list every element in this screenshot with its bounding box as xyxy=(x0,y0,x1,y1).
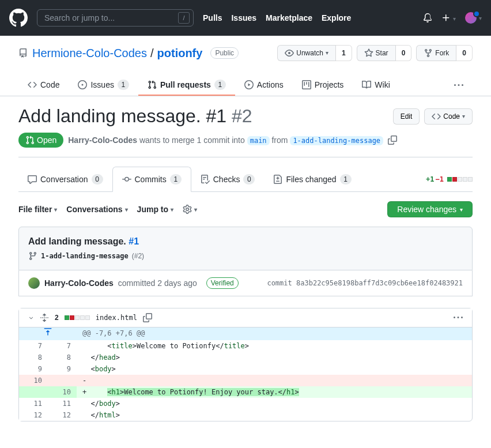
old-line-num[interactable]: 10 xyxy=(19,375,48,386)
diffstat: +1 −1 xyxy=(426,175,473,183)
commits-toolbar: File filter ▾ Conversations ▾ Jump to ▾ … xyxy=(18,201,473,217)
new-line-num[interactable]: 11 xyxy=(48,398,77,409)
commit-icon xyxy=(122,175,131,184)
diff-row: 1111 </body> xyxy=(19,398,472,409)
tab-checks[interactable]: Checks 0 xyxy=(191,167,265,191)
new-line-num[interactable]: 7 xyxy=(48,340,77,352)
repo-nav-more[interactable] xyxy=(445,76,473,95)
copy-icon[interactable] xyxy=(388,135,397,145)
commit-title: Add landing message. #1 xyxy=(28,236,463,247)
tab-wiki[interactable]: Wiki xyxy=(353,76,399,95)
nav-issues[interactable]: Issues xyxy=(231,13,256,22)
commit-avatar[interactable] xyxy=(28,277,40,289)
tab-commits[interactable]: Commits 1 xyxy=(112,167,191,192)
project-icon xyxy=(302,80,311,89)
file-options[interactable] xyxy=(454,313,463,322)
old-line-num[interactable]: 12 xyxy=(19,409,48,421)
repo-owner-link[interactable]: Hermione-Colo-Codes xyxy=(32,47,147,60)
commit-branch-name[interactable]: 1-add-landing-message xyxy=(41,252,129,260)
old-line-num[interactable]: 11 xyxy=(19,398,48,409)
user-avatar[interactable]: ▾ xyxy=(465,12,482,24)
code-line: </body> xyxy=(77,398,472,409)
commit-author[interactable]: Harry-Colo-Codes xyxy=(44,278,114,288)
pr-icon xyxy=(25,135,35,145)
kebab-icon xyxy=(454,313,463,322)
edit-button[interactable]: Edit xyxy=(393,108,420,125)
tab-projects[interactable]: Projects xyxy=(293,76,353,95)
new-line-num[interactable]: 10 xyxy=(48,386,77,398)
settings-dropdown[interactable]: ▾ xyxy=(183,205,197,214)
tab-actions[interactable]: Actions xyxy=(235,76,293,95)
verified-badge[interactable]: Verified xyxy=(206,277,239,289)
tab-files-changed[interactable]: Files changed 1 xyxy=(264,167,360,191)
fork-button[interactable]: Fork 0 xyxy=(416,45,473,61)
code-line: </html> xyxy=(77,409,472,421)
conversations-dropdown[interactable]: Conversations ▾ xyxy=(66,205,127,214)
star-count[interactable]: 0 xyxy=(396,45,412,61)
code-dropdown[interactable]: Code ▾ xyxy=(424,108,473,125)
pr-author[interactable]: Harry-Colo-Codes xyxy=(68,135,137,145)
notifications-icon[interactable] xyxy=(423,13,432,22)
github-logo[interactable] xyxy=(9,9,28,27)
diff-row: 10+ <h1>Welcome to Potionfy! Enjoy your … xyxy=(19,386,472,398)
code-icon xyxy=(432,112,441,121)
nav-pulls[interactable]: Pulls xyxy=(203,13,222,22)
watch-count[interactable]: 1 xyxy=(336,45,352,61)
old-line-num[interactable]: 8 xyxy=(19,352,48,363)
checklist-icon xyxy=(201,175,210,184)
commit-time: committed 2 days ago xyxy=(118,278,197,288)
tab-conversation[interactable]: Conversation 0 xyxy=(18,167,112,191)
file-diff-icon xyxy=(273,175,282,184)
code-icon xyxy=(28,80,37,89)
expand-up-icon[interactable] xyxy=(19,327,77,340)
hunk-header: @@ -7,6 +7,6 @@ xyxy=(19,327,472,340)
commit-meta: Harry-Colo-Codes committed 2 days ago Ve… xyxy=(18,270,473,296)
watch-button[interactable]: Unwatch ▾ 1 xyxy=(277,45,352,61)
collapse-toggle[interactable] xyxy=(28,315,34,321)
diff-row: 77 <title>Welcome to Potionfy</title> xyxy=(19,340,472,352)
fork-count[interactable]: 0 xyxy=(456,45,473,61)
star-button[interactable]: Star 0 xyxy=(357,45,412,61)
global-header: Search or jump to... / Pulls Issues Mark… xyxy=(0,0,491,36)
repo-name-link[interactable]: potionfy xyxy=(157,47,203,60)
copy-path-icon[interactable] xyxy=(143,313,152,322)
old-line-num[interactable] xyxy=(19,386,48,398)
nav-explore[interactable]: Explore xyxy=(322,13,351,22)
code-line: <title>Welcome to Potionfy</title> xyxy=(77,340,472,352)
star-icon xyxy=(364,48,373,58)
repo-header: Hermione-Colo-Codes / potionfy Public Un… xyxy=(0,36,491,96)
file-name[interactable]: index.html xyxy=(96,314,137,322)
commit-sha: commit 8a3b22c95e8198baff7d3c09cb6ee18f0… xyxy=(267,279,463,287)
create-new-dropdown[interactable]: ▾ xyxy=(441,13,456,22)
review-changes-button[interactable]: Review changes ▾ xyxy=(387,201,473,217)
base-branch[interactable]: main xyxy=(247,136,270,145)
pr-merge-description: Harry-Colo-Codes wants to merge 1 commit… xyxy=(68,135,383,145)
tab-code[interactable]: Code xyxy=(18,76,69,95)
diff-row: 99 <body> xyxy=(19,363,472,375)
commit-issue-link[interactable]: #1 xyxy=(129,236,139,246)
file-diffstat xyxy=(65,315,90,320)
code-line: <body> xyxy=(77,363,472,375)
old-line-num[interactable]: 9 xyxy=(19,363,48,375)
jump-to-dropdown[interactable]: Jump to ▾ xyxy=(137,205,173,214)
commit-header: Add landing message. #1 1-add-landing-me… xyxy=(18,227,473,270)
new-line-num[interactable] xyxy=(48,375,77,386)
nav-marketplace[interactable]: Marketplace xyxy=(266,13,312,22)
file-diff: 2 index.html @@ -7,6 +7,6 @@ 77 <title>W… xyxy=(18,308,473,421)
tab-pull-requests[interactable]: Pull requests 1 xyxy=(138,75,235,96)
new-line-num[interactable]: 9 xyxy=(48,363,77,375)
chevron-down-icon xyxy=(28,315,34,321)
pr-title: Add landing message. #1 #2 xyxy=(18,106,252,127)
search-input[interactable]: Search or jump to... / xyxy=(37,9,194,27)
code-line: - xyxy=(77,375,472,386)
file-filter-dropdown[interactable]: File filter ▾ xyxy=(18,205,57,214)
tab-issues[interactable]: Issues 1 xyxy=(69,75,138,96)
new-line-num[interactable]: 8 xyxy=(48,352,77,363)
play-icon xyxy=(244,80,254,89)
new-line-num[interactable]: 12 xyxy=(48,409,77,421)
head-branch[interactable]: 1-add-landing-message xyxy=(290,136,383,145)
old-line-num[interactable]: 7 xyxy=(19,340,48,352)
repo-nav: Code Issues 1 Pull requests 1 Actions Pr… xyxy=(18,75,473,96)
global-nav: Pulls Issues Marketplace Explore xyxy=(203,13,351,22)
expand-icon[interactable] xyxy=(40,313,49,322)
